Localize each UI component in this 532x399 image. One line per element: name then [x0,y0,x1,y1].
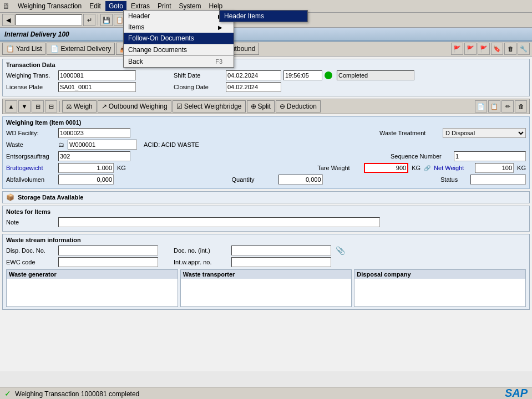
app-icon: 🖥 [2,2,10,11]
wd-facility-label: WD Facility: [6,130,56,136]
storage-data-title: Storage Data Available [18,194,83,201]
net-weight-input[interactable] [475,163,514,173]
closing-date-input[interactable] [226,82,281,92]
wd-facility-input[interactable] [58,128,130,138]
header-submenu[interactable]: Header Items [219,10,308,22]
goto-header-item[interactable]: Header ▶ [124,11,234,22]
enter-btn[interactable]: ↵ [83,14,95,26]
nav-sep [59,101,60,112]
items-arrow-icon: ▶ [218,24,222,30]
disp-doc-input[interactable] [58,245,158,255]
external-delivery-btn[interactable]: 📄 External Delivery [47,43,115,55]
weighing-trans-input[interactable] [58,70,136,80]
item-status-label: Status [440,176,468,183]
expand-btn[interactable]: ⊞ [32,100,44,112]
bruttogewicht-input[interactable] [58,163,114,173]
tare-weight-input[interactable] [364,163,408,173]
nav-down-btn[interactable]: ▼ [18,100,31,112]
entsorgsauftrag-label: Entsorgsauftrag [6,153,56,160]
wd-facility-row: WD Facility: Waste Treatment D Disposal [6,128,526,138]
tare-weight-label: Tare Weight [317,165,362,171]
waste-treatment-label: Waste Treatment [379,130,440,136]
shift-time-input[interactable] [283,70,322,80]
edit-btn[interactable]: ✏ [501,100,514,112]
save-btn[interactable]: 💾 [100,14,113,26]
goto-change-docs-item[interactable]: Change Documents [124,44,234,55]
waste-generator-header: Waste generator [7,270,178,279]
entsorgsauftrag-input[interactable] [58,151,130,161]
split-btn[interactable]: ⊕ Split [247,100,275,112]
net-weight-label: Net Weight [434,165,473,171]
outbound-weighing-icon: ↗ [102,103,107,110]
weigh-btn[interactable]: ⚖ Weigh [62,100,97,112]
goto-items-item[interactable]: Items ▶ [124,22,234,33]
waste-transporter-header: Waste transporter [181,270,352,279]
doc-no-int-input[interactable] [231,245,331,255]
note-row: Note [6,217,526,227]
deduction-btn[interactable]: ⊖ Deduction [276,100,321,112]
storage-data-section: 📦 Storage Data Available [2,191,530,203]
abfallvolumen-input[interactable] [58,175,114,185]
weighing-item-title: Weighing Item (Item 0001) [6,119,526,126]
flag-btn-2[interactable]: 🚩 [464,43,477,55]
delete-btn[interactable]: 🗑 [504,43,516,55]
collapse-btn[interactable]: ⊟ [45,100,57,112]
ewc-code-input[interactable] [58,257,158,267]
bruttogewicht-label: Bruttogewicht [6,165,56,171]
int-w-appr-input[interactable] [231,257,331,267]
notes-title: Notes for Items [6,208,526,215]
goto-follow-on-item[interactable]: Follow-On Documents [124,33,234,44]
status-bar: ✓ Weighing Transaction 1000081 completed… [0,387,532,399]
sequence-number-input[interactable] [454,151,526,161]
header-items-item[interactable]: Header Items [220,11,307,22]
delete2-btn[interactable]: 🗑 [515,100,527,112]
status-message: ✓ Weighing Transaction 1000081 completed [4,389,139,398]
ewc-code-label: EWC code [6,259,56,265]
closing-date-label: Closing Date [174,84,224,90]
doc-no-attach-btn[interactable]: 📎 [336,246,345,255]
abfallvolumen-label: Abfallvolumen [6,176,56,183]
menu-edit[interactable]: Edit [86,1,104,11]
license-plate-label: License Plate [6,84,56,90]
waste-stream-section: Waste stream information Disp. Doc. No. … [2,234,530,310]
goto-dropdown-menu[interactable]: Header ▶ Items ▶ Follow-On Documents Cha… [123,10,234,68]
license-plate-input[interactable] [58,82,136,92]
copy2-btn[interactable]: 📋 [488,100,500,112]
external-delivery-icon: 📄 [50,45,59,53]
waste-input[interactable] [68,140,137,150]
waste-label: Waste [6,141,56,148]
net-weight-unit: KG [517,165,526,171]
split-icon: ⊕ [251,103,256,110]
note-input[interactable] [58,217,380,227]
disposal-company-content [354,279,525,306]
yard-list-icon: 📋 [6,45,14,53]
select-weighbridge-btn[interactable]: ☑ Select Weighbridge [173,100,246,112]
back-shortcut: F3 [215,58,222,65]
acid-label: ACID: ACID WASTE [144,141,199,148]
yard-list-btn[interactable]: 📋 Yard List [2,43,45,55]
flag-btn-3[interactable]: 🚩 [478,43,490,55]
bruttogewicht-unit: KG [117,165,126,171]
back-btn[interactable]: ◀ [2,14,14,26]
entsorgsauftrag-row: Entsorgsauftrag Sequence Number [6,151,526,161]
outbound-weighing-btn[interactable]: ↗ Outbound Weighing [98,100,171,112]
deduction-icon: ⊖ [280,103,285,110]
shift-date-input[interactable] [226,70,281,80]
nav-up-btn[interactable]: ▲ [5,100,17,112]
command-input[interactable] [16,14,82,25]
transaction-data-title: Transaction Data [6,62,526,68]
waste-treatment-select[interactable]: D Disposal [443,128,526,138]
tools-btn[interactable]: 🔧 [518,43,530,55]
waste-generator-content [7,279,178,306]
abfallvolumen-row: Abfallvolumen Quantity Status [6,175,526,185]
bruttogewicht-row: Bruttogewicht KG Tare Weight KG 🔗 Net We… [6,163,526,173]
waste-stream-row1: Disp. Doc. No. Doc. no. (int.) 📎 [6,245,526,255]
disposal-company-box: Disposal company [354,269,526,307]
disposal-company-header: Disposal company [354,270,525,279]
bookmark-btn[interactable]: 🔖 [491,43,503,55]
quantity-input[interactable] [278,175,323,185]
flag-btn-1[interactable]: 🚩 [451,43,463,55]
menu-weighing-transaction[interactable]: Weighing Transaction [14,1,85,11]
goto-back-item[interactable]: Back F3 [124,55,234,67]
new-btn[interactable]: 📄 [475,100,487,112]
